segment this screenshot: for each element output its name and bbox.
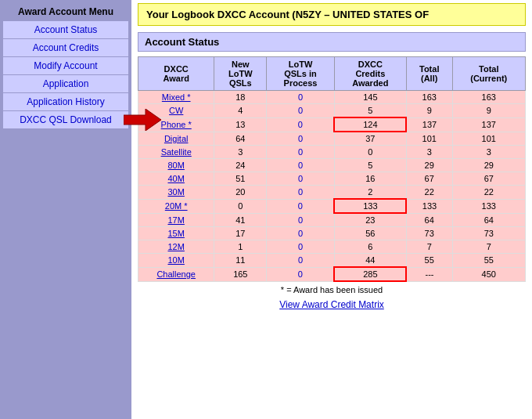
credits-awarded-cell: 5 [334, 104, 406, 118]
total-current-cell: 67 [452, 172, 525, 186]
award-cell[interactable]: 12M [138, 240, 214, 254]
credits-awarded-cell: 37 [334, 132, 406, 146]
lotw-process-cell: 0 [267, 172, 335, 186]
col-header-new-lotw: NewLoTWQSLs [214, 57, 267, 91]
new-lotw-cell: 0 [214, 199, 267, 213]
award-cell[interactable]: Challenge [138, 267, 214, 281]
sidebar-item-dxcc-qsl-download[interactable]: DXCC QSL Download [3, 111, 128, 128]
lotw-process-cell: 0 [267, 254, 335, 268]
award-cell[interactable]: 40M [138, 172, 214, 186]
col-header-lotw-process: LoTWQSLs inProcess [267, 57, 335, 91]
total-current-cell: 101 [452, 132, 525, 146]
account-status-table: DXCCAward NewLoTWQSLs LoTWQSLs inProcess… [138, 56, 526, 282]
col-header-award: DXCCAward [138, 57, 214, 91]
table-row: 40M510166767 [138, 172, 526, 186]
total-all-cell: 7 [406, 240, 452, 254]
award-cell[interactable]: 20M * [138, 199, 214, 213]
total-all-cell: 133 [406, 199, 452, 213]
sidebar: Award Account Menu Account Status Accoun… [0, 0, 131, 419]
main-content: Your Logbook DXCC Account (N5ZY – UNITED… [131, 0, 532, 419]
credits-awarded-cell: 16 [334, 172, 406, 186]
table-row: 30M20022222 [138, 186, 526, 200]
credits-awarded-cell: 133 [334, 199, 406, 213]
sidebar-item-application[interactable]: Application [3, 75, 128, 92]
total-current-cell: 73 [452, 227, 525, 240]
sidebar-item-application-history[interactable]: Application History [3, 93, 128, 110]
lotw-process-cell: 0 [267, 199, 335, 213]
award-cell[interactable]: 17M [138, 213, 214, 227]
lotw-process-cell: 0 [267, 146, 335, 159]
lotw-process-cell: 0 [267, 213, 335, 227]
credits-awarded-cell: 5 [334, 159, 406, 172]
new-lotw-cell: 51 [214, 172, 267, 186]
lotw-process-cell: 0 [267, 240, 335, 254]
lotw-process-cell: 0 [267, 186, 335, 200]
total-current-cell: 22 [452, 186, 525, 200]
col-header-total-current: Total(Current) [452, 57, 525, 91]
lotw-process-cell: 0 [267, 132, 335, 146]
new-lotw-cell: 41 [214, 213, 267, 227]
total-all-cell: 64 [406, 213, 452, 227]
total-all-cell: 101 [406, 132, 452, 146]
total-current-cell: 133 [452, 199, 525, 213]
col-header-credits: DXCCCreditsAwarded [334, 57, 406, 91]
total-all-cell: 73 [406, 227, 452, 240]
total-all-cell: 22 [406, 186, 452, 200]
award-cell[interactable]: Phone * [138, 117, 214, 132]
credits-awarded-cell: 145 [334, 91, 406, 104]
award-cell[interactable]: CW [138, 104, 214, 118]
header-banner: Your Logbook DXCC Account (N5ZY – UNITED… [138, 3, 526, 26]
award-cell[interactable]: Satellite [138, 146, 214, 159]
sidebar-item-account-status[interactable]: Account Status [3, 21, 128, 38]
table-row: 17M410236464 [138, 213, 526, 227]
col-header-total-all: Total(All) [406, 57, 452, 91]
award-cell[interactable]: 15M [138, 227, 214, 240]
award-cell[interactable]: 30M [138, 186, 214, 200]
total-all-cell: 29 [406, 159, 452, 172]
table-row: 12M10677 [138, 240, 526, 254]
lotw-process-cell: 0 [267, 117, 335, 132]
total-current-cell: 55 [452, 254, 525, 268]
lotw-process-cell: 0 [267, 104, 335, 118]
new-lotw-cell: 3 [214, 146, 267, 159]
total-current-cell: 137 [452, 117, 525, 132]
table-row: Satellite30033 [138, 146, 526, 159]
view-award-credit-matrix-link[interactable]: View Award Credit Matrix [279, 299, 384, 310]
total-current-cell: 7 [452, 240, 525, 254]
view-award-link-container: View Award Credit Matrix [138, 299, 526, 310]
award-cell[interactable]: Digital [138, 132, 214, 146]
total-current-cell: 163 [452, 91, 525, 104]
award-cell[interactable]: Mixed * [138, 91, 214, 104]
total-all-cell: 9 [406, 104, 452, 118]
table-row: Challenge1650285---450 [138, 267, 526, 281]
credits-awarded-cell: 44 [334, 254, 406, 268]
footnote: * = Award has been issued [138, 285, 526, 294]
new-lotw-cell: 24 [214, 159, 267, 172]
section-title: Account Status [138, 32, 526, 52]
total-current-cell: 64 [452, 213, 525, 227]
lotw-process-cell: 0 [267, 227, 335, 240]
total-all-cell: --- [406, 267, 452, 281]
award-cell[interactable]: 80M [138, 159, 214, 172]
new-lotw-cell: 4 [214, 104, 267, 118]
credits-awarded-cell: 285 [334, 267, 406, 281]
table-row: Digital64037101101 [138, 132, 526, 146]
new-lotw-cell: 20 [214, 186, 267, 200]
lotw-process-cell: 0 [267, 159, 335, 172]
total-all-cell: 55 [406, 254, 452, 268]
credits-awarded-cell: 124 [334, 117, 406, 132]
total-all-cell: 163 [406, 91, 452, 104]
sidebar-item-account-credits[interactable]: Account Credits [3, 39, 128, 56]
table-row: 10M110445555 [138, 254, 526, 268]
new-lotw-cell: 18 [214, 91, 267, 104]
new-lotw-cell: 13 [214, 117, 267, 132]
new-lotw-cell: 1 [214, 240, 267, 254]
new-lotw-cell: 17 [214, 227, 267, 240]
new-lotw-cell: 64 [214, 132, 267, 146]
sidebar-title: Award Account Menu [3, 3, 128, 20]
credits-awarded-cell: 0 [334, 146, 406, 159]
credits-awarded-cell: 23 [334, 213, 406, 227]
sidebar-item-modify-account[interactable]: Modify Account [3, 57, 128, 74]
credits-awarded-cell: 6 [334, 240, 406, 254]
award-cell[interactable]: 10M [138, 254, 214, 268]
